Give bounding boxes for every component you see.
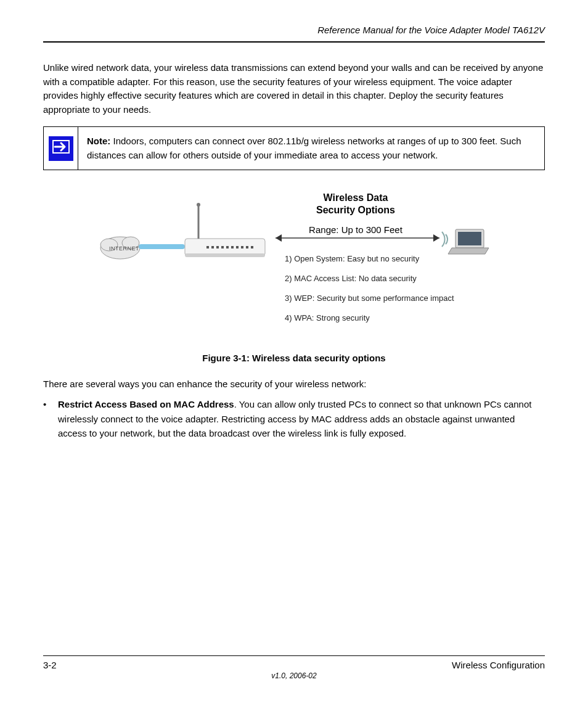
svg-rect-17 — [241, 246, 243, 248]
bullet-bold: Restrict Access Based on MAC Address — [58, 399, 234, 409]
svg-rect-18 — [246, 246, 248, 248]
note-body: Indoors, computers can connect over 802.… — [87, 136, 521, 160]
figure-option-2: 2) MAC Access List: No data security — [285, 274, 417, 283]
svg-rect-13 — [221, 246, 224, 248]
svg-rect-22 — [458, 232, 481, 245]
footer-rule — [43, 655, 545, 656]
figure-option-4: 4) WPA: Strong security — [285, 313, 370, 322]
top-rule — [43, 41, 545, 43]
note-text: Note: Indoors, computers can connect ove… — [78, 127, 545, 170]
bullet-marker: • — [43, 397, 58, 411]
arrow-right-icon — [52, 139, 70, 158]
section-lead: There are several ways you can enhance t… — [43, 377, 545, 391]
svg-rect-19 — [251, 246, 253, 248]
figure-title-1: Wireless Data — [288, 192, 423, 203]
figure: INTERNET Wireless Data Security Options … — [97, 186, 491, 347]
svg-rect-10 — [206, 246, 209, 248]
svg-rect-5 — [139, 244, 185, 249]
svg-rect-11 — [211, 246, 214, 248]
bullet-text: Restrict Access Based on MAC Address. Yo… — [58, 397, 545, 440]
figure-option-3: 3) WEP: Security but some performance im… — [285, 293, 454, 303]
figure-range: Range: Up to 300 Feet — [288, 224, 423, 235]
svg-rect-15 — [231, 246, 234, 248]
internet-label: INTERNET — [109, 245, 139, 252]
page-number: 3-2 — [43, 660, 57, 670]
figure-caption: Figure 3-1: Wireless data security optio… — [43, 353, 545, 363]
svg-rect-16 — [236, 246, 239, 248]
svg-rect-7 — [185, 253, 265, 257]
svg-point-9 — [197, 203, 200, 207]
intro-paragraph: Unlike wired network data, your wireless… — [43, 61, 545, 117]
page-footer: 3-2 Wireless Configuration v1.0, 2006-02 — [43, 655, 545, 680]
svg-rect-14 — [226, 246, 229, 248]
bullet-item: • Restrict Access Based on MAC Address. … — [43, 397, 545, 440]
figure-title-2: Security Options — [288, 205, 423, 216]
note-box: Note: Indoors, computers can connect ove… — [43, 126, 545, 170]
note-label: Note: — [87, 136, 110, 146]
note-arrow-icon — [49, 136, 73, 161]
figure-option-1: 1) Open System: Easy but no security — [285, 254, 419, 263]
svg-rect-12 — [216, 246, 219, 248]
doc-title: Reference Manual for the Voice Adapter M… — [43, 25, 545, 35]
doc-version: v1.0, 2006-02 — [43, 671, 545, 680]
section-name: Wireless Configuration — [452, 660, 545, 670]
